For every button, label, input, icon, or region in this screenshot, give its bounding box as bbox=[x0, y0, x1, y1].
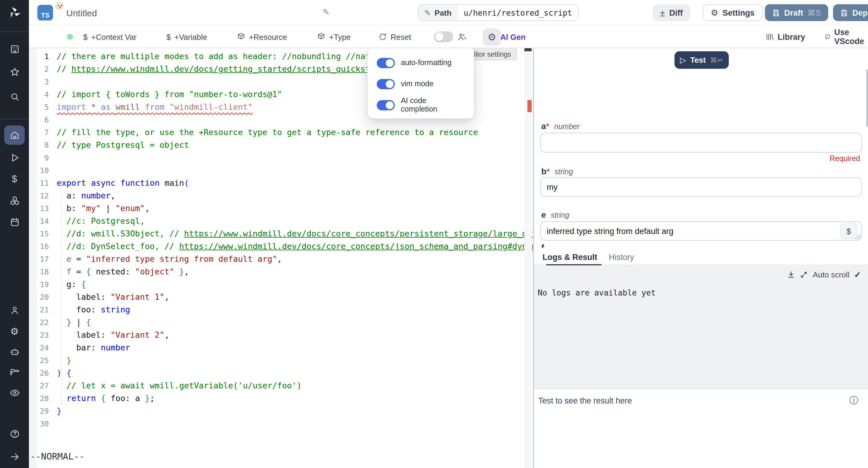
code-line[interactable]: 29} bbox=[29, 405, 533, 417]
diff-button[interactable]: ± Diff bbox=[653, 4, 690, 21]
result-area: Test to see the result here ⓘ bbox=[534, 388, 868, 468]
line-number: 4 bbox=[29, 88, 49, 101]
vim-mode-toggle[interactable] bbox=[377, 79, 395, 89]
add-variable-button[interactable]: $+Variable bbox=[166, 25, 207, 48]
resize-handle[interactable] bbox=[855, 234, 861, 239]
code-line[interactable]: 14 //c: Postgresql, bbox=[29, 215, 533, 227]
code-line[interactable]: 9 bbox=[29, 151, 533, 164]
draft-button[interactable]: Draft ⌘S bbox=[765, 4, 828, 21]
auto-formatting-label: auto-formatting bbox=[401, 59, 452, 67]
expand-icon[interactable] bbox=[800, 271, 808, 279]
settings-button[interactable]: ⚙ Settings bbox=[703, 4, 763, 21]
code-line[interactable]: 21 foo: string bbox=[29, 303, 533, 316]
code-line[interactable]: 28 return { foo: a }; bbox=[29, 392, 533, 405]
line-number: 21 bbox=[29, 303, 49, 316]
field-e-label: estring bbox=[541, 210, 569, 220]
windmill-logo[interactable] bbox=[0, 5, 29, 21]
workers-robot-icon[interactable] bbox=[0, 344, 29, 359]
line-number: 9 bbox=[29, 151, 49, 164]
test-button[interactable]: ▷ Test ⌘↵ bbox=[675, 51, 729, 69]
audit-eye-icon[interactable] bbox=[0, 385, 29, 401]
search-icon[interactable] bbox=[0, 89, 29, 104]
settings-gear-icon[interactable]: ⚙ bbox=[0, 323, 29, 339]
field-e-input[interactable] bbox=[540, 221, 862, 241]
topbar: TS Untitled ✎ ✎ Path u/henri/restored_sc… bbox=[29, 0, 868, 25]
resources-cubes-icon[interactable] bbox=[0, 193, 29, 208]
add-type-button[interactable]: +Type bbox=[317, 25, 351, 48]
gear-icon: ⚙ bbox=[711, 8, 718, 18]
code-line[interactable]: 13 b: "my" | "enum", bbox=[29, 202, 533, 215]
editor-settings-gear-button[interactable]: ⚙ bbox=[483, 28, 501, 46]
code-line[interactable]: 16 //d: DynSelect_foo, // https://www.wi… bbox=[29, 240, 533, 253]
sidebar-divider bbox=[0, 119, 29, 119]
line-number: 30 bbox=[29, 417, 49, 430]
expand-arrow-icon[interactable] bbox=[0, 449, 29, 464]
code-line[interactable]: 23 label: "Variant 2", bbox=[29, 329, 533, 341]
reset-button[interactable]: Reset bbox=[378, 25, 411, 48]
ai-code-completion-toggle[interactable] bbox=[377, 100, 395, 110]
code-line[interactable]: 7// fill the type, or use the +Resource … bbox=[29, 126, 533, 139]
tab-history[interactable]: History bbox=[609, 248, 634, 265]
line-number: 16 bbox=[29, 240, 49, 253]
help-icon[interactable] bbox=[0, 426, 29, 441]
code-line[interactable]: 12 a: number, bbox=[29, 189, 533, 202]
logs-area: Auto scroll ✓ No logs are available yet bbox=[534, 265, 868, 388]
user-icon[interactable] bbox=[0, 302, 29, 318]
lang-label: TS bbox=[41, 11, 50, 19]
library-button[interactable]: Library bbox=[766, 25, 805, 48]
code-line[interactable]: 26) { bbox=[29, 367, 533, 379]
favorites-star-icon[interactable] bbox=[0, 64, 29, 80]
emoji-sticker-icon bbox=[56, 2, 63, 10]
autoscroll-label[interactable]: Auto scroll bbox=[813, 270, 849, 279]
check-icon[interactable]: ✓ bbox=[854, 270, 861, 279]
editor-toolbar: $+Context Var $+Variable +Resource +Type… bbox=[29, 25, 868, 48]
code-line[interactable]: 27 // let x = await wmill.getVariable('u… bbox=[29, 379, 533, 392]
tab-logs-result[interactable]: Logs & Result bbox=[542, 248, 597, 265]
save-icon bbox=[840, 9, 848, 17]
code-line[interactable]: 24 bar: number bbox=[29, 341, 533, 354]
people-icon bbox=[457, 32, 467, 41]
line-number: 2 bbox=[29, 63, 49, 76]
line-number: 23 bbox=[29, 329, 49, 341]
line-number: 7 bbox=[29, 126, 49, 139]
code-line[interactable]: 11export async function main( bbox=[29, 177, 533, 189]
add-context-var-button[interactable]: $+Context Var bbox=[83, 25, 136, 48]
code-line[interactable]: 17 e = "inferred type string from defaul… bbox=[29, 253, 533, 265]
code-line[interactable]: 20 label: "Variant 1", bbox=[29, 291, 533, 303]
code-line[interactable]: 30 bbox=[29, 417, 533, 430]
editor-scrollbar-thumb[interactable] bbox=[524, 48, 532, 51]
toggle-off-switch[interactable] bbox=[434, 31, 453, 42]
script-title[interactable]: Untitled bbox=[66, 8, 97, 18]
field-b-input[interactable] bbox=[540, 177, 862, 197]
github-icon bbox=[825, 33, 831, 41]
schedules-calendar-icon[interactable] bbox=[0, 214, 29, 230]
auto-formatting-toggle[interactable] bbox=[377, 58, 395, 68]
path-value[interactable]: u/henri/restored_script bbox=[458, 5, 578, 21]
diff-label: Diff bbox=[669, 8, 683, 17]
add-resource-button[interactable]: +Resource bbox=[237, 25, 287, 48]
code-line[interactable]: 25 } bbox=[29, 354, 533, 367]
deploy-button[interactable]: Deploy bbox=[833, 4, 868, 21]
download-icon[interactable] bbox=[787, 271, 795, 279]
runs-play-icon[interactable] bbox=[0, 150, 29, 165]
multiplayer-toggle[interactable] bbox=[434, 25, 467, 48]
folders-icon[interactable] bbox=[0, 364, 29, 380]
field-a-input[interactable] bbox=[540, 133, 862, 153]
panel-scrollbar-thumb[interactable] bbox=[866, 69, 868, 127]
line-number: 14 bbox=[29, 215, 49, 227]
code-line[interactable]: 22 } | { bbox=[29, 316, 533, 329]
variable-picker-button[interactable]: $ bbox=[840, 223, 857, 239]
home-icon[interactable] bbox=[0, 127, 29, 143]
code-line[interactable]: 18 f = { nested: "object" }, bbox=[29, 265, 533, 278]
code-line[interactable]: 10 bbox=[29, 164, 533, 177]
edit-summary-pencil-icon[interactable]: ✎ bbox=[322, 7, 330, 17]
code-line[interactable]: 15 //d: wmill.S3Object, // https://www.w… bbox=[29, 227, 533, 240]
info-icon[interactable]: ⓘ bbox=[849, 395, 858, 407]
code-line[interactable]: 19 g: { bbox=[29, 278, 533, 291]
path-field[interactable]: ✎ Path u/henri/restored_script bbox=[418, 4, 579, 21]
workspace-icon[interactable] bbox=[0, 41, 29, 57]
code-line[interactable]: 8// type Postgresql = object bbox=[29, 139, 533, 151]
line-number: 3 bbox=[29, 76, 49, 88]
use-vscode-button[interactable]: Use VScode bbox=[825, 25, 868, 48]
variables-dollar-icon[interactable]: $ bbox=[0, 171, 29, 187]
